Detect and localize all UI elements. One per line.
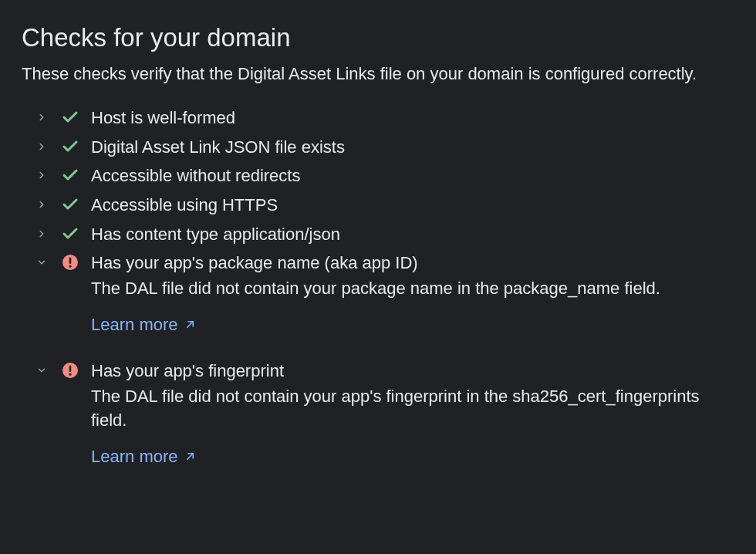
- check-title: Has your app's fingerprint: [91, 360, 733, 383]
- check-description: The DAL file did not contain your packag…: [91, 276, 733, 301]
- chevron-right-icon[interactable]: [34, 194, 49, 215]
- check-item: Has content type application/json: [34, 223, 733, 246]
- svg-point-2: [69, 265, 71, 268]
- page-subtitle: These checks verify that the Digital Ass…: [22, 62, 733, 86]
- check-item: Host is well-formed: [34, 106, 733, 130]
- svg-line-3: [187, 322, 193, 328]
- page-title: Checks for your domain: [22, 23, 733, 52]
- check-item: Digital Asset Link JSON file exists: [34, 136, 733, 159]
- checkmark-icon: [60, 165, 80, 185]
- chevron-right-icon[interactable]: [34, 137, 49, 157]
- checks-list: Host is well-formed Digital Asset Link J…: [22, 106, 733, 467]
- checkmark-icon: [60, 137, 80, 157]
- learn-more-label: Learn more: [91, 447, 178, 467]
- check-item: Has your app's fingerprint The DAL file …: [34, 360, 733, 467]
- check-title: Accessible without redirects: [91, 164, 733, 187]
- learn-more-label: Learn more: [91, 315, 178, 335]
- chevron-right-icon[interactable]: [34, 165, 49, 185]
- check-item: Accessible without redirects: [34, 164, 733, 187]
- error-icon: [60, 360, 80, 380]
- chevron-down-icon[interactable]: [34, 252, 49, 272]
- check-title: Host is well-formed: [91, 106, 733, 130]
- check-title: Has your app's package name (aka app ID): [91, 252, 733, 275]
- check-item: Has your app's package name (aka app ID)…: [34, 252, 733, 335]
- check-description: The DAL file did not contain your app's …: [91, 384, 733, 434]
- svg-rect-5: [69, 365, 72, 372]
- external-link-icon: [184, 447, 196, 467]
- check-item: Accessible using HTTPS: [34, 194, 733, 217]
- svg-point-6: [69, 373, 71, 376]
- checkmark-icon: [60, 107, 80, 127]
- error-icon: [60, 252, 80, 272]
- check-title: Digital Asset Link JSON file exists: [91, 136, 733, 159]
- external-link-icon: [184, 315, 196, 335]
- check-title: Has content type application/json: [91, 223, 733, 246]
- chevron-down-icon[interactable]: [34, 360, 49, 380]
- svg-line-7: [187, 454, 193, 460]
- checkmark-icon: [60, 194, 80, 215]
- learn-more-link[interactable]: Learn more: [91, 447, 196, 467]
- chevron-right-icon[interactable]: [34, 107, 49, 127]
- learn-more-link[interactable]: Learn more: [91, 315, 196, 335]
- check-title: Accessible using HTTPS: [91, 194, 733, 217]
- chevron-right-icon[interactable]: [34, 224, 49, 244]
- svg-rect-1: [69, 258, 72, 265]
- checkmark-icon: [60, 224, 80, 244]
